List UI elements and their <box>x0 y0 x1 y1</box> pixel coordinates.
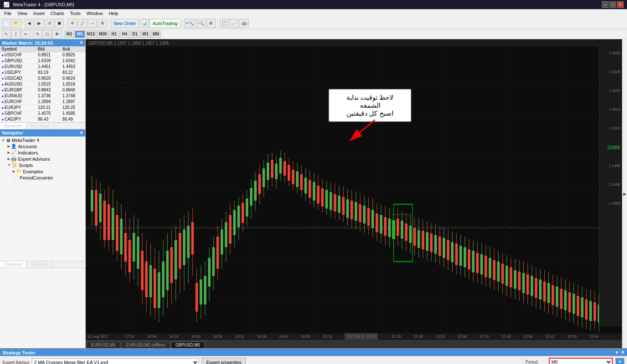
text-btn[interactable]: A <box>98 19 107 28</box>
tab-favorites[interactable]: Favorites <box>27 261 53 268</box>
svg-rect-67 <box>196 283 198 312</box>
menu-help[interactable]: Help <box>106 10 121 17</box>
new-order-btn[interactable]: New Order <box>111 19 139 28</box>
strategy-tester-close[interactable]: ✕ <box>621 350 624 355</box>
menu-file[interactable]: File <box>2 10 14 17</box>
tf-m30[interactable]: M30 <box>97 30 108 38</box>
tf-mn[interactable]: MN <box>151 30 161 38</box>
vline-btn[interactable]: | <box>11 30 20 39</box>
nav-root[interactable]: ▼ 🖥 MetaTrader 4 <box>1 137 84 143</box>
svg-rect-47 <box>153 269 156 308</box>
chart-wizard-btn[interactable]: 📊 <box>140 19 149 28</box>
tab-eurusd-m1[interactable]: EURUSD,M1 <box>87 341 120 348</box>
close-btn[interactable]: ✕ <box>617 1 624 8</box>
menu-insert[interactable]: Insert <box>31 10 47 17</box>
zoom-out-btn[interactable]: -🔍 <box>196 19 206 28</box>
period-dropdown[interactable]: ▼ <box>615 358 624 364</box>
indicators-btn[interactable]: 📈 <box>229 19 239 28</box>
market-watch-row[interactable]: ●USDCHF0.89210.8925 <box>0 52 85 58</box>
experts-btn[interactable]: 🤖 <box>240 19 249 28</box>
market-watch-row[interactable]: ●EURJPY120.21120.25 <box>0 105 85 111</box>
svg-rect-212 <box>497 262 500 282</box>
tf-h4[interactable]: H4 <box>120 30 130 38</box>
nav-indicators[interactable]: ▶ 📈 Indicators <box>1 149 84 156</box>
market-watch-row[interactable]: ●CADJPY86.4386.49 <box>0 116 85 122</box>
annotation-box: لاحظ توقيت بداية الشمعه اصبح كل دقيقتين <box>328 88 412 122</box>
navigator-close[interactable]: ✕ <box>79 130 83 136</box>
title-bar: 📈 MetaTrader 4 - [GBPUSD,M5] ─ □ ✕ <box>0 0 627 9</box>
ask-cell: 120.25 <box>61 105 85 111</box>
draw-btn[interactable]: ✎ <box>33 30 42 39</box>
nav-period-converter[interactable]: 📄 PeriodConverter <box>1 174 84 181</box>
market-watch-row[interactable]: ●EURAUD1.37361.3748 <box>0 93 85 99</box>
nav-scripts[interactable]: ▼ 📜 Scripts <box>1 162 84 168</box>
nav-expert-advisors[interactable]: ▶ 🤖 Expert Advisors <box>1 156 84 162</box>
tab-common[interactable]: Common <box>0 261 27 268</box>
svg-rect-258 <box>594 302 596 321</box>
menu-view[interactable]: View <box>15 10 30 17</box>
refresh-btn[interactable]: ↺ <box>45 19 54 28</box>
tf-m1[interactable]: M1 <box>64 30 74 38</box>
hline-btn[interactable]: ─ <box>88 19 97 28</box>
market-watch-row[interactable]: ●EURUSD1.44511.4453 <box>0 64 85 70</box>
select-btn[interactable]: ◻ <box>43 30 52 39</box>
tf-h1[interactable]: H1 <box>109 30 119 38</box>
back-btn[interactable]: ◀ <box>25 19 34 28</box>
market-watch-row[interactable]: ●EURCHF1.28941.2897 <box>0 99 85 105</box>
period-select[interactable]: M5 <box>549 358 613 364</box>
hline2-btn[interactable]: ═ <box>21 30 30 39</box>
menu-tools[interactable]: Tools <box>67 10 83 17</box>
svg-rect-131 <box>329 192 332 210</box>
market-watch-row[interactable]: ●EURGBP0.88430.8846 <box>0 87 85 93</box>
maximize-btn[interactable]: □ <box>609 1 616 8</box>
chart-props-btn[interactable]: ⚙ <box>206 19 216 28</box>
line-btn[interactable]: ╱ <box>78 19 87 28</box>
minimize-btn[interactable]: ─ <box>602 1 609 8</box>
market-watch-row[interactable]: ●USDCAD0.96200.9624 <box>0 76 85 81</box>
market-watch: Market Watch: 16:24:53 ✕ Symbol Bid Ask … <box>0 39 85 129</box>
svg-rect-117 <box>300 174 303 190</box>
expert-advisor-select[interactable]: 2 MA Crosses Mega filter EA V1.ex4 <box>32 358 199 364</box>
tab-symbols[interactable]: Symbols <box>0 123 26 129</box>
market-watch-row[interactable]: ●GBPUSD1.63391.6342 <box>0 58 85 64</box>
crosshair-btn[interactable]: ✛ <box>68 19 77 28</box>
svg-rect-145 <box>359 204 362 222</box>
svg-rect-113 <box>292 170 294 184</box>
market-watch-close[interactable]: ✕ <box>79 40 83 46</box>
col-symbol: Symbol <box>0 46 36 52</box>
tab-gbpusd-m5[interactable]: GBPUSD,M5 <box>171 341 205 348</box>
strategy-tester-panel: Strategy Tester ▼ ✕ Expert Advisor 2 MA … <box>0 348 627 364</box>
zoom-in-btn[interactable]: +🔍 <box>184 19 195 28</box>
expert-properties-btn[interactable]: Expert properties <box>201 358 246 364</box>
svg-rect-135 <box>338 196 340 213</box>
svg-rect-248 <box>573 294 575 314</box>
strategy-tester-title: Strategy Tester <box>3 350 36 355</box>
autotrading-btn[interactable]: AutoTrading <box>150 19 181 28</box>
right-panel-toggle[interactable]: ▶ <box>623 192 627 196</box>
nav-accounts[interactable]: ▶ 👤 Accounts <box>1 143 84 149</box>
menu-window[interactable]: Window <box>84 10 105 17</box>
template-btn[interactable]: 📋 <box>219 19 229 28</box>
tf-m5[interactable]: M5 <box>75 30 85 38</box>
market-watch-row[interactable]: ●GBPCHF1.45751.4585 <box>0 111 85 116</box>
cursor-btn[interactable]: ↖ <box>2 30 11 39</box>
market-watch-row[interactable]: ●AUDUSD1.05151.0518 <box>0 81 85 87</box>
svg-rect-246 <box>568 292 571 312</box>
stop-btn[interactable]: ⏹ <box>55 19 64 28</box>
tab-eurusd-m2[interactable]: EURUSD,M2 (offline) <box>121 341 170 348</box>
fwd-btn[interactable]: ▶ <box>35 19 44 28</box>
tab-tick-chart[interactable]: Tick Chart <box>26 123 54 129</box>
svg-rect-111 <box>288 165 290 181</box>
market-watch-row[interactable]: ●USDJPY83.1983.22 <box>0 70 85 76</box>
bid-cell: 1.4575 <box>36 111 61 116</box>
menu-charts[interactable]: Charts <box>48 10 66 17</box>
new-file-btn[interactable]: 📄 <box>2 19 11 28</box>
open-btn[interactable]: 📂 <box>12 19 21 28</box>
tf-d1[interactable]: D1 <box>130 30 140 38</box>
move-btn[interactable]: ✥ <box>52 30 61 39</box>
nav-examples[interactable]: ▶ 📁 Examples <box>1 168 84 174</box>
chart-canvas[interactable]: 1.1530 1.1525 1.1520 1.1515 1.1510 1.150… <box>86 47 622 333</box>
tf-m15[interactable]: M15 <box>85 30 97 38</box>
tf-w1[interactable]: W1 <box>140 30 150 38</box>
ask-cell: 1.3748 <box>61 93 85 99</box>
